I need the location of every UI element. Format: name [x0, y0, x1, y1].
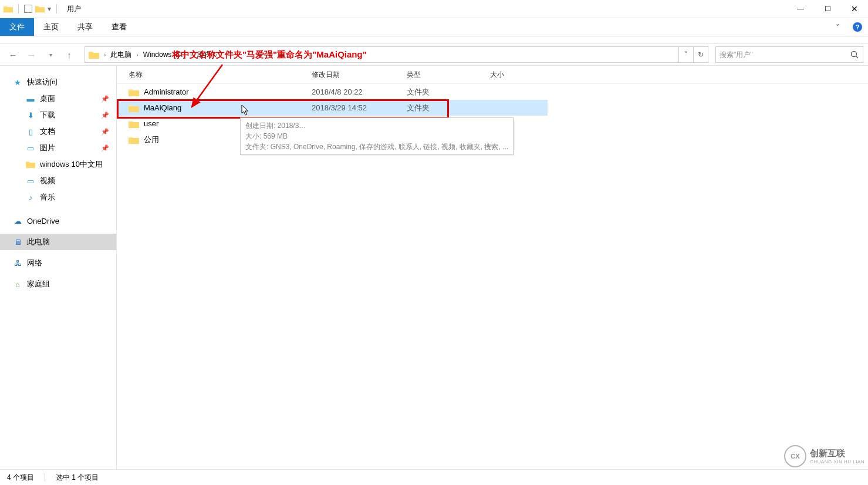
watermark-logo: CX	[784, 445, 806, 467]
homegroup-icon: ⌂	[13, 279, 22, 289]
video-icon: ▭	[26, 176, 35, 186]
sidebar-item-label: 桌面	[40, 93, 55, 104]
watermark-brand: 创新互联	[810, 448, 864, 459]
svg-line-1	[856, 56, 859, 59]
network-icon: 🖧	[13, 258, 22, 268]
ribbon-tabs: 文件 主页 共享 查看 ˅ ?	[0, 18, 868, 36]
tab-file[interactable]: 文件	[0, 18, 34, 36]
picture-icon: ▭	[26, 143, 35, 153]
qat-checkbox-icon[interactable]	[24, 5, 32, 13]
sidebar-homegroup[interactable]: ⌂ 家庭组	[0, 276, 116, 292]
folder-icon	[129, 88, 139, 96]
nav-forward-button[interactable]: →	[23, 46, 40, 63]
sidebar-item-label: 音乐	[40, 192, 55, 203]
column-headers: 名称 修改日期 类型 大小	[117, 66, 868, 84]
annotation-bold: "MaAiQiang"	[312, 49, 367, 59]
folder-icon	[129, 136, 139, 144]
minimize-button[interactable]: —	[787, 0, 814, 18]
navigation-pane: ★ 快速访问 ▬ 桌面 📌 ⬇ 下载 📌 ▯ 文档 📌 ▭ 图片 📌 windo…	[0, 66, 117, 472]
tab-view[interactable]: 查看	[102, 18, 136, 36]
sidebar-item-label: 快速访问	[27, 77, 58, 87]
status-item-count: 4 个项目	[7, 473, 34, 483]
watermark-sub: CHUANG XIN HU LIAN	[810, 459, 864, 464]
pin-icon: 📌	[101, 112, 109, 119]
chevron-right-icon[interactable]: ›	[103, 52, 107, 58]
pin-icon: 📌	[101, 144, 109, 152]
pin-icon: 📌	[101, 128, 109, 136]
sidebar-thispc[interactable]: 🖥 此电脑	[0, 234, 116, 250]
ribbon-expand-button[interactable]: ˅	[826, 18, 849, 36]
window-controls: — ☐ ✕	[787, 0, 868, 18]
address-dropdown-button[interactable]: ˅	[678, 47, 693, 62]
download-icon: ⬇	[26, 110, 35, 120]
navigation-bar: ← → ▾ ↑ › 此电脑 › Windows (C:) › 用户 › ˅ ↻	[0, 44, 868, 66]
folder-icon[interactable]	[35, 4, 45, 14]
sidebar-item-desktop[interactable]: ▬ 桌面 📌	[0, 90, 116, 107]
column-size[interactable]: 大小	[487, 70, 541, 80]
status-selected-count: 选中 1 个项目	[56, 473, 99, 483]
sidebar-item-label: 网络	[27, 258, 42, 268]
sidebar-item-label: 视频	[40, 176, 55, 186]
refresh-button[interactable]: ↻	[693, 47, 708, 62]
qat-dropdown-icon[interactable]: ▾	[48, 5, 51, 13]
file-name: 公用	[144, 134, 159, 145]
tab-home[interactable]: 主页	[34, 18, 68, 36]
column-type[interactable]: 类型	[403, 70, 487, 80]
sidebar-item-win10[interactable]: windows 10中文用	[0, 156, 116, 173]
quick-access-toolbar: ▾ 用户	[0, 4, 81, 14]
file-tooltip: 创建日期: 2018/3… 大小: 569 MB 文件夹: GNS3, OneD…	[240, 117, 514, 155]
sidebar-network[interactable]: 🖧 网络	[0, 255, 116, 271]
file-list: 名称 修改日期 类型 大小 Administrator2018/4/8 20:2…	[117, 66, 868, 472]
file-type: 文件夹	[403, 103, 487, 113]
sidebar-item-label: 下载	[40, 110, 55, 120]
explorer-body: ★ 快速访问 ▬ 桌面 📌 ⬇ 下载 📌 ▯ 文档 📌 ▭ 图片 📌 windo…	[0, 66, 868, 472]
sidebar-item-pictures[interactable]: ▭ 图片 📌	[0, 140, 116, 156]
close-button[interactable]: ✕	[841, 0, 868, 18]
folder-icon	[85, 47, 103, 62]
tab-share[interactable]: 共享	[68, 18, 102, 36]
sidebar-item-label: 此电脑	[27, 237, 50, 247]
chevron-right-icon[interactable]: ›	[135, 52, 139, 58]
column-name[interactable]: 名称	[125, 70, 308, 80]
svg-point-0	[852, 52, 857, 57]
sidebar-item-label: 家庭组	[27, 279, 50, 289]
maximize-button[interactable]: ☐	[814, 0, 841, 18]
title-bar: ▾ 用户 — ☐ ✕	[0, 0, 868, 18]
tooltip-line: 创建日期: 2018/3…	[245, 120, 508, 131]
search-box[interactable]	[715, 46, 863, 63]
annotation-prefix: 将中文名称文件夹"马爱强"重命名为	[172, 49, 312, 59]
annotation-text: 将中文名称文件夹"马爱强"重命名为"MaAiQiang"	[172, 49, 367, 60]
nav-back-button[interactable]: ←	[5, 46, 21, 63]
file-name: user	[144, 119, 158, 128]
sidebar-onedrive[interactable]: ☁ OneDrive	[0, 213, 116, 229]
table-row[interactable]: MaAiQiang2018/3/29 14:52文件夹	[117, 100, 548, 116]
nav-up-button[interactable]: ↑	[61, 46, 77, 63]
pin-icon: 📌	[101, 95, 109, 103]
breadcrumb-thispc[interactable]: 此电脑	[107, 47, 135, 62]
file-name: Administrator	[144, 87, 189, 96]
file-type: 文件夹	[403, 87, 487, 97]
sidebar-item-label: 图片	[40, 143, 55, 153]
sidebar-item-videos[interactable]: ▭ 视频	[0, 173, 116, 189]
search-icon[interactable]	[846, 50, 863, 59]
file-name: MaAiQiang	[144, 103, 181, 112]
nav-recent-dropdown[interactable]: ▾	[42, 46, 59, 63]
sidebar-item-label: windows 10中文用	[40, 159, 103, 170]
cloud-icon: ☁	[13, 216, 22, 225]
search-input[interactable]	[716, 50, 846, 59]
status-divider	[45, 473, 45, 481]
help-button[interactable]: ?	[853, 22, 862, 32]
sidebar-item-downloads[interactable]: ⬇ 下载 📌	[0, 107, 116, 123]
star-icon: ★	[13, 78, 22, 87]
sidebar-item-music[interactable]: ♪ 音乐	[0, 189, 116, 206]
sidebar-item-documents[interactable]: ▯ 文档 📌	[0, 123, 116, 140]
file-date: 2018/4/8 20:22	[308, 87, 403, 96]
folder-icon	[26, 160, 35, 169]
ribbon-body-collapsed	[0, 36, 868, 44]
sidebar-item-label: 文档	[40, 126, 55, 137]
tooltip-line: 大小: 569 MB	[245, 131, 508, 142]
sidebar-quick-access[interactable]: ★ 快速访问	[0, 74, 116, 90]
column-date[interactable]: 修改日期	[308, 70, 403, 80]
qat-separator	[18, 4, 19, 14]
table-row[interactable]: Administrator2018/4/8 20:22文件夹	[117, 84, 868, 100]
